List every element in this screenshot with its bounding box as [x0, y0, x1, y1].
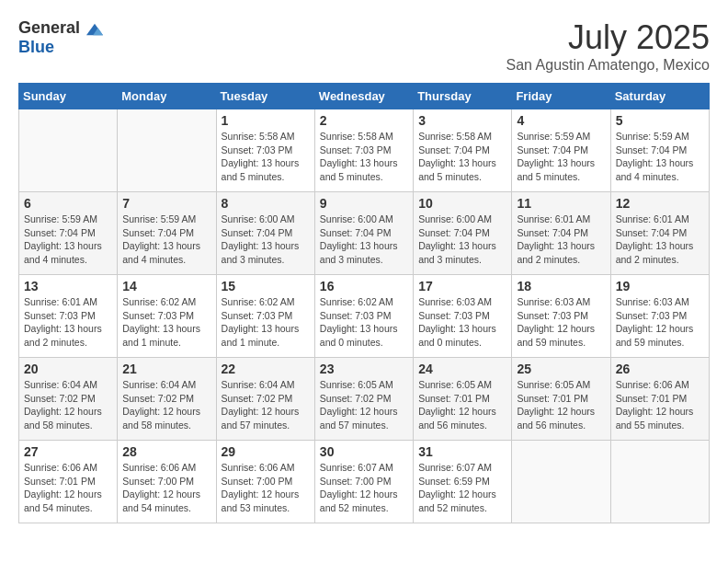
- day-number: 7: [122, 196, 210, 211]
- day-number: 29: [222, 444, 310, 459]
- day-cell: 22Sunrise: 6:04 AM Sunset: 7:02 PM Dayli…: [216, 358, 314, 441]
- day-number: 6: [24, 196, 112, 211]
- day-detail: Sunrise: 6:00 AM Sunset: 7:04 PM Dayligh…: [418, 213, 506, 267]
- day-cell: 19Sunrise: 6:03 AM Sunset: 7:03 PM Dayli…: [610, 275, 709, 358]
- day-cell: 26Sunrise: 6:06 AM Sunset: 7:01 PM Dayli…: [610, 358, 709, 441]
- day-cell: 24Sunrise: 6:05 AM Sunset: 7:01 PM Dayli…: [414, 358, 512, 441]
- header-cell-sunday: Sunday: [19, 84, 118, 109]
- day-number: 1: [222, 113, 310, 128]
- header-row: SundayMondayTuesdayWednesdayThursdayFrid…: [19, 84, 710, 109]
- day-cell: 31Sunrise: 6:07 AM Sunset: 6:59 PM Dayli…: [414, 441, 512, 523]
- header-cell-thursday: Thursday: [414, 84, 512, 109]
- day-cell: 5Sunrise: 5:59 AM Sunset: 7:04 PM Daylig…: [610, 109, 709, 192]
- week-row-5: 27Sunrise: 6:06 AM Sunset: 7:01 PM Dayli…: [19, 441, 710, 523]
- day-detail: Sunrise: 6:00 AM Sunset: 7:04 PM Dayligh…: [222, 213, 310, 267]
- day-detail: Sunrise: 6:05 AM Sunset: 7:01 PM Dayligh…: [517, 378, 605, 432]
- month-title: July 2025: [506, 18, 710, 57]
- day-number: 4: [517, 113, 605, 128]
- day-detail: Sunrise: 6:01 AM Sunset: 7:04 PM Dayligh…: [517, 213, 605, 267]
- day-number: 8: [222, 196, 310, 211]
- logo-blue-text: Blue: [18, 38, 54, 57]
- day-cell: 11Sunrise: 6:01 AM Sunset: 7:04 PM Dayli…: [512, 192, 610, 275]
- day-number: 18: [517, 279, 605, 293]
- day-number: 12: [616, 196, 704, 211]
- day-number: 28: [122, 444, 210, 459]
- day-cell: [512, 441, 610, 523]
- day-number: 21: [122, 362, 210, 376]
- day-number: 19: [616, 279, 704, 293]
- day-cell: 21Sunrise: 6:04 AM Sunset: 7:02 PM Dayli…: [118, 358, 216, 441]
- week-row-1: 1Sunrise: 5:58 AM Sunset: 7:03 PM Daylig…: [19, 109, 710, 192]
- day-detail: Sunrise: 6:06 AM Sunset: 7:00 PM Dayligh…: [222, 461, 310, 515]
- day-number: 10: [418, 196, 506, 211]
- day-number: 14: [122, 279, 210, 293]
- header-cell-tuesday: Tuesday: [216, 84, 314, 109]
- day-detail: Sunrise: 5:58 AM Sunset: 7:03 PM Dayligh…: [320, 130, 408, 184]
- day-cell: 9Sunrise: 6:00 AM Sunset: 7:04 PM Daylig…: [314, 192, 413, 275]
- header-cell-monday: Monday: [118, 84, 216, 109]
- day-detail: Sunrise: 5:59 AM Sunset: 7:04 PM Dayligh…: [24, 213, 112, 267]
- day-cell: 28Sunrise: 6:06 AM Sunset: 7:00 PM Dayli…: [118, 441, 216, 523]
- day-cell: 29Sunrise: 6:06 AM Sunset: 7:00 PM Dayli…: [216, 441, 314, 523]
- day-cell: 8Sunrise: 6:00 AM Sunset: 7:04 PM Daylig…: [216, 192, 314, 275]
- day-cell: 14Sunrise: 6:02 AM Sunset: 7:03 PM Dayli…: [118, 275, 216, 358]
- title-area: July 2025 San Agustin Amatengo, Mexico: [506, 18, 710, 74]
- day-cell: [19, 109, 118, 192]
- day-cell: 3Sunrise: 5:58 AM Sunset: 7:04 PM Daylig…: [414, 109, 512, 192]
- calendar-body: 1Sunrise: 5:58 AM Sunset: 7:03 PM Daylig…: [19, 109, 710, 523]
- day-number: 27: [24, 444, 112, 459]
- day-cell: 23Sunrise: 6:05 AM Sunset: 7:02 PM Dayli…: [314, 358, 413, 441]
- logo-general-text: General: [18, 18, 80, 37]
- day-cell: 6Sunrise: 5:59 AM Sunset: 7:04 PM Daylig…: [19, 192, 118, 275]
- day-number: 25: [517, 362, 605, 376]
- location-title: San Agustin Amatengo, Mexico: [506, 57, 710, 74]
- day-detail: Sunrise: 6:00 AM Sunset: 7:04 PM Dayligh…: [320, 213, 408, 267]
- day-cell: 30Sunrise: 6:07 AM Sunset: 7:00 PM Dayli…: [314, 441, 413, 523]
- day-cell: 20Sunrise: 6:04 AM Sunset: 7:02 PM Dayli…: [19, 358, 118, 441]
- day-cell: 18Sunrise: 6:03 AM Sunset: 7:03 PM Dayli…: [512, 275, 610, 358]
- header-cell-friday: Friday: [512, 84, 610, 109]
- week-row-2: 6Sunrise: 5:59 AM Sunset: 7:04 PM Daylig…: [19, 192, 710, 275]
- day-number: 23: [320, 362, 408, 376]
- day-cell: 2Sunrise: 5:58 AM Sunset: 7:03 PM Daylig…: [314, 109, 413, 192]
- day-number: 13: [24, 279, 112, 293]
- day-detail: Sunrise: 5:59 AM Sunset: 7:04 PM Dayligh…: [122, 213, 210, 267]
- header-cell-wednesday: Wednesday: [314, 84, 413, 109]
- week-row-3: 13Sunrise: 6:01 AM Sunset: 7:03 PM Dayli…: [19, 275, 710, 358]
- day-detail: Sunrise: 6:05 AM Sunset: 7:02 PM Dayligh…: [320, 378, 408, 432]
- day-detail: Sunrise: 6:06 AM Sunset: 7:00 PM Dayligh…: [122, 461, 210, 515]
- day-number: 20: [24, 362, 112, 376]
- day-detail: Sunrise: 6:03 AM Sunset: 7:03 PM Dayligh…: [418, 295, 506, 350]
- day-number: 5: [616, 113, 704, 128]
- day-cell: 27Sunrise: 6:06 AM Sunset: 7:01 PM Dayli…: [19, 441, 118, 523]
- day-detail: Sunrise: 6:04 AM Sunset: 7:02 PM Dayligh…: [222, 378, 310, 432]
- day-detail: Sunrise: 6:01 AM Sunset: 7:04 PM Dayligh…: [616, 213, 704, 267]
- day-detail: Sunrise: 6:02 AM Sunset: 7:03 PM Dayligh…: [122, 295, 210, 350]
- day-number: 11: [517, 196, 605, 211]
- day-detail: Sunrise: 5:59 AM Sunset: 7:04 PM Dayligh…: [517, 130, 605, 184]
- day-detail: Sunrise: 6:07 AM Sunset: 7:00 PM Dayligh…: [320, 461, 408, 515]
- day-detail: Sunrise: 6:07 AM Sunset: 6:59 PM Dayligh…: [418, 461, 506, 515]
- day-detail: Sunrise: 6:04 AM Sunset: 7:02 PM Dayligh…: [122, 378, 210, 432]
- day-cell: 16Sunrise: 6:02 AM Sunset: 7:03 PM Dayli…: [314, 275, 413, 358]
- day-cell: 17Sunrise: 6:03 AM Sunset: 7:03 PM Dayli…: [414, 275, 512, 358]
- logo: General Blue: [18, 18, 103, 57]
- day-number: 3: [418, 113, 506, 128]
- day-cell: 12Sunrise: 6:01 AM Sunset: 7:04 PM Dayli…: [610, 192, 709, 275]
- day-detail: Sunrise: 5:59 AM Sunset: 7:04 PM Dayligh…: [616, 130, 704, 184]
- logo-icon: [86, 23, 103, 36]
- day-cell: 7Sunrise: 5:59 AM Sunset: 7:04 PM Daylig…: [118, 192, 216, 275]
- day-cell: 15Sunrise: 6:02 AM Sunset: 7:03 PM Dayli…: [216, 275, 314, 358]
- day-detail: Sunrise: 6:06 AM Sunset: 7:01 PM Dayligh…: [24, 461, 112, 515]
- day-detail: Sunrise: 6:06 AM Sunset: 7:01 PM Dayligh…: [616, 378, 704, 432]
- header-cell-saturday: Saturday: [610, 84, 709, 109]
- day-detail: Sunrise: 6:05 AM Sunset: 7:01 PM Dayligh…: [418, 378, 506, 432]
- calendar-header: SundayMondayTuesdayWednesdayThursdayFrid…: [19, 84, 710, 109]
- day-number: 17: [418, 279, 506, 293]
- day-number: 2: [320, 113, 408, 128]
- day-cell: [610, 441, 709, 523]
- day-detail: Sunrise: 6:03 AM Sunset: 7:03 PM Dayligh…: [517, 295, 605, 350]
- day-number: 24: [418, 362, 506, 376]
- header: General Blue July 2025 San Agustin Amate…: [18, 18, 710, 74]
- day-number: 9: [320, 196, 408, 211]
